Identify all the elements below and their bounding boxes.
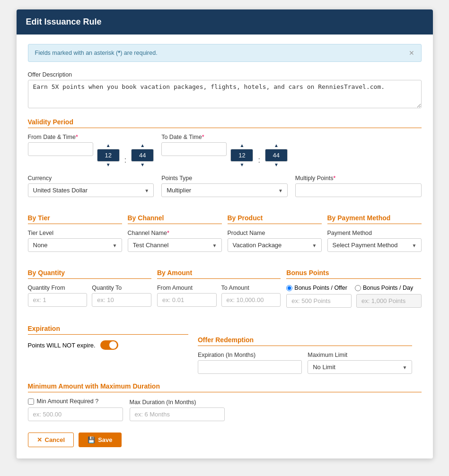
save-button[interactable]: 💾 Save [79, 433, 121, 447]
bonus-points-day-input[interactable] [356, 294, 422, 308]
max-limit-select[interactable]: No Limit 1 5 10 [308, 360, 412, 374]
bonus-points-day-radio-label[interactable]: Bonus Points / Day [355, 285, 413, 291]
by-tier-section: By Tier Tier Level None Gold Silver Bron… [28, 206, 122, 252]
points-type-select[interactable]: Multiplier Fixed [161, 183, 288, 197]
payment-method-select[interactable]: Select Payment Method Credit Card Debit … [327, 238, 422, 252]
to-hour-spinner: ▲ 12 ▼ [230, 142, 253, 168]
to-minute-box[interactable]: 44 [265, 149, 288, 162]
tier-level-select[interactable]: None Gold Silver Bronze [28, 238, 122, 252]
validity-period-title: Validity Period [28, 118, 422, 128]
expiration-months-group: Expiration (In Months) 24 [198, 352, 302, 374]
by-payment-section: By Payment Method Payment Method Select … [327, 206, 422, 252]
min-amount-title: Minimum Amount with Maximum Duration [28, 382, 422, 392]
channel-name-select[interactable]: Test Channel Online In-Store [128, 238, 222, 252]
qty-to-group: Quantity To [92, 285, 151, 307]
multiply-points-group: Multiply Points* 5 [295, 175, 422, 197]
from-amount-input[interactable] [157, 293, 217, 307]
to-amount-group: To Amount [221, 285, 281, 307]
to-minute-down-btn[interactable]: ▼ [272, 162, 281, 168]
time-colon-to: : [257, 156, 261, 164]
info-banner-close[interactable]: ✕ [409, 49, 414, 57]
payment-method-label: Payment Method [327, 230, 422, 236]
currency-group: Currency United States Dollar Euro Briti… [28, 175, 154, 197]
points-type-label: Points Type [161, 175, 288, 182]
qty-to-label: Quantity To [92, 285, 151, 291]
expiration-months-label: Expiration (In Months) [198, 352, 302, 358]
info-banner-text: Fields marked with an asterisk (*) are r… [35, 50, 158, 56]
bonus-points-offer-input[interactable] [286, 294, 352, 308]
by-amount-section: By Amount From Amount To Amount [157, 260, 281, 307]
currency-label: Currency [28, 175, 154, 182]
expiration-toggle-label: Points WILL NOT expire. [28, 342, 96, 349]
to-hour-box[interactable]: 12 [230, 149, 253, 162]
footer-buttons: ✕ Cancel 💾 Save [28, 433, 422, 447]
multiply-points-input[interactable]: 5 [295, 183, 422, 197]
from-datetime-group: From Date & Time* 2017-06-30 ▲ 12 ▼ : ▲ … [28, 134, 154, 168]
min-amount-section: Minimum Amount with Maximum Duration Min… [28, 382, 422, 421]
qty-from-input[interactable] [28, 293, 88, 307]
to-minute-spinner: ▲ 44 ▼ [265, 142, 288, 168]
max-limit-label: Maximum Limit [308, 352, 412, 358]
product-name-label: Product Name [228, 230, 322, 236]
bonus-points-day-radio[interactable] [355, 285, 361, 291]
from-minute-box[interactable]: 44 [131, 149, 154, 162]
offer-description-group: Offer Description Earn 5X points when yo… [28, 71, 422, 110]
from-date-input[interactable]: 2017-06-30 [28, 142, 93, 156]
from-datetime-label: From Date & Time* [28, 134, 154, 140]
max-limit-group: Maximum Limit No Limit 1 5 10 [308, 352, 412, 374]
currency-select[interactable]: United States Dollar Euro British Pound [28, 183, 154, 197]
cancel-button[interactable]: ✕ Cancel [28, 433, 74, 447]
save-icon: 💾 [88, 436, 95, 443]
by-amount-title: By Amount [157, 269, 281, 279]
offer-description-label: Offer Description [28, 71, 422, 78]
to-hour-down-btn[interactable]: ▼ [238, 162, 246, 168]
expiration-toggle-row: Points WILL NOT expire. [28, 340, 188, 350]
expiration-title: Expiration [28, 325, 188, 335]
max-duration-input[interactable] [130, 407, 225, 421]
max-duration-label: Max Duration (In Months) [130, 399, 225, 406]
from-hour-up-btn[interactable]: ▲ [104, 142, 113, 149]
from-minute-up-btn[interactable]: ▲ [138, 142, 147, 149]
to-minute-up-btn[interactable]: ▲ [272, 142, 281, 149]
tier-level-label: Tier Level [28, 230, 122, 236]
channel-name-label: Channel Name* [128, 230, 222, 236]
modal-body: Fields marked with an asterisk (*) are r… [17, 35, 433, 459]
by-channel-title: By Channel [128, 214, 222, 224]
multiply-points-label: Multiply Points* [295, 175, 422, 182]
by-channel-section: By Channel Channel Name* Test Channel On… [128, 206, 222, 252]
to-datetime-label: To Date & Time* [161, 134, 288, 140]
min-amount-checkbox-label[interactable]: Min Amount Required ? [28, 398, 123, 405]
bonus-points-offer-radio[interactable] [286, 285, 292, 291]
modal-header: Edit Issuance Rule [17, 9, 433, 35]
bonus-points-offer-radio-label[interactable]: Bonus Points / Offer [286, 285, 347, 291]
to-date-input[interactable]: 2018-06-30 [161, 142, 227, 156]
time-colon-from: : [123, 156, 127, 164]
to-hour-up-btn[interactable]: ▲ [238, 142, 246, 149]
offer-description-input[interactable]: Earn 5X points when you book vacation pa… [28, 80, 422, 108]
by-quantity-section: By Quantity Quantity From Quantity To [28, 260, 151, 307]
by-payment-title: By Payment Method [327, 214, 422, 224]
from-hour-down-btn[interactable]: ▼ [104, 162, 113, 168]
product-name-select[interactable]: Vacation Package Flight Hotel Car [228, 238, 322, 252]
to-amount-label: To Amount [221, 285, 281, 291]
from-hour-spinner: ▲ 12 ▼ [97, 142, 120, 168]
points-type-group: Points Type Multiplier Fixed [161, 175, 288, 197]
min-amount-checkbox[interactable] [28, 398, 34, 405]
expiration-months-section: Offer Redemption Expiration (In Months) … [198, 316, 412, 374]
from-minute-spinner: ▲ 44 ▼ [131, 142, 154, 168]
to-amount-input[interactable] [221, 293, 281, 307]
expiration-toggle[interactable] [100, 340, 118, 350]
qty-from-label: Quantity From [28, 285, 88, 291]
modal-title: Edit Issuance Rule [26, 17, 102, 26]
expiration-months-input[interactable]: 24 [198, 360, 302, 374]
max-duration-group: Max Duration (In Months) [130, 399, 225, 421]
bonus-points-title: Bonus Points [286, 269, 421, 279]
cancel-icon: ✕ [37, 436, 42, 443]
min-amount-input[interactable] [28, 407, 123, 421]
info-banner: Fields marked with an asterisk (*) are r… [28, 44, 422, 62]
from-hour-box[interactable]: 12 [97, 149, 120, 162]
from-amount-label: From Amount [157, 285, 217, 291]
qty-to-input[interactable] [92, 293, 151, 307]
edit-issuance-rule-modal: Edit Issuance Rule Fields marked with an… [17, 9, 433, 459]
from-minute-down-btn[interactable]: ▼ [138, 162, 147, 168]
